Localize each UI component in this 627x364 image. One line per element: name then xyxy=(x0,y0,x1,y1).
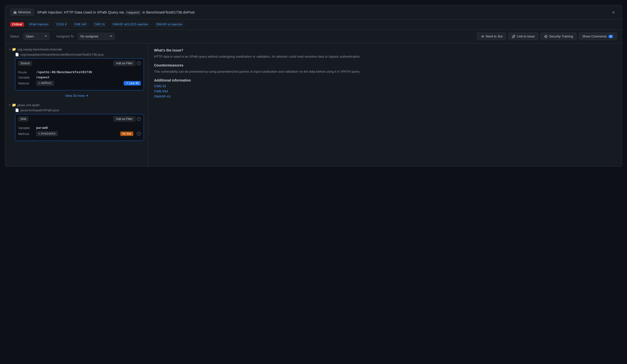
sink-filter-area: Add as Filter ? xyxy=(113,116,141,122)
modal-title: XPath Injection: HTTP Data Used in XPath… xyxy=(37,10,195,14)
owasp-a1-link[interactable]: OWASP-A1 xyxy=(154,94,616,98)
source-badge: Source xyxy=(18,61,32,66)
method-name-1: doPost xyxy=(41,82,52,85)
modal-container: Minimize XPath Injection: HTTP Data Used… xyxy=(5,5,622,167)
method-row-2: Method ⧉ evaluate No line ? xyxy=(18,131,141,136)
folder-name-1: org.owasp.benchmark.testcode xyxy=(17,47,62,51)
sink-card-header: Sink Add as Filter ? xyxy=(15,114,144,124)
sink-help-icon[interactable]: ? xyxy=(137,117,141,121)
status-select[interactable]: Open Closed In Progress xyxy=(23,33,50,40)
method-name-2: evaluate xyxy=(41,132,55,136)
chevron-down-icon-1: ▾ xyxy=(9,48,10,51)
source-code-card: Source Add as Filter ? Route /xpathi-00/… xyxy=(15,58,144,91)
folder-icon-2: 📁 xyxy=(12,103,16,107)
no-line-help-icon[interactable]: ? xyxy=(137,132,141,136)
modal-header-left: Minimize XPath Injection: HTTP Data Used… xyxy=(10,9,610,16)
copy-icon-2: ⧉ xyxy=(39,133,40,135)
file-row-1[interactable]: 📄 org/owasp/benchmark/testcode/Benchmark… xyxy=(15,53,144,56)
tree-item-2: ▾ 📁 javax.xml.xpath 📄 javax/xml/xpath/XP… xyxy=(9,103,144,141)
sink-add-filter-button[interactable]: Add as Filter xyxy=(113,116,135,122)
modal-header: Minimize XPath Injection: HTTP Data Used… xyxy=(5,5,622,19)
source-card-body: Route /xpathi-00/BenchmarkTest01736 Vari… xyxy=(15,68,144,90)
route-row: Route /xpathi-00/BenchmarkTest01736 xyxy=(18,70,141,74)
view-more-button[interactable]: View 30 more ▾ xyxy=(9,91,144,100)
tag-owasp-a1[interactable]: OWASP a1-injection xyxy=(153,22,185,27)
status-label: Status xyxy=(10,35,19,38)
line-number-1: Line 40 xyxy=(129,82,139,85)
no-line-badge: No line xyxy=(120,132,133,136)
info-panel: What's the issue? HTTP data is used in a… xyxy=(148,43,622,167)
route-label: Route xyxy=(18,70,34,74)
link-to-issue-button[interactable]: Link to Issue xyxy=(508,33,538,40)
view-more-label: View 30 more xyxy=(65,94,85,97)
tag-cwe91[interactable]: CWE 91 xyxy=(91,22,108,27)
link-to-issue-label: Link to Issue xyxy=(517,35,535,38)
chevron-down-icon-more: ▾ xyxy=(86,94,88,97)
source-filter-area: Add as Filter ? xyxy=(113,61,141,66)
show-comments-button[interactable]: Show Comments 0 xyxy=(579,33,617,40)
tree-item-1: ▾ 📁 org.owasp.benchmark.testcode 📄 org/o… xyxy=(9,47,144,100)
link-icon-small-1: ↗ xyxy=(126,82,128,85)
main-content: ▾ 📁 org.owasp.benchmark.testcode 📄 org/o… xyxy=(5,43,622,167)
countermeasures-title: Countermeasures xyxy=(154,63,616,67)
method-label-1: Method xyxy=(18,82,34,85)
chevron-down-icon-2: ▾ xyxy=(9,104,10,106)
method-label-2: Method xyxy=(18,132,34,136)
code-panel: ▾ 📁 org.owasp.benchmark.testcode 📄 org/o… xyxy=(5,43,148,167)
tag-cvss9[interactable]: CVSS 9 xyxy=(53,22,69,27)
variable-label-1: Variable xyxy=(18,76,34,79)
jira-icon xyxy=(481,35,484,38)
line-badge-1[interactable]: ↗ Line 40 xyxy=(124,81,141,86)
method-row-1: Method ⧉ doPost ↗ Line 40 xyxy=(18,81,141,86)
variable-row-2: Variable param0 xyxy=(18,126,141,130)
source-card-header: Source Add as Filter ? xyxy=(15,59,144,68)
source-add-filter-button[interactable]: Add as Filter xyxy=(113,61,135,66)
status-row: Status Open Closed In Progress Assigned … xyxy=(5,30,622,43)
critical-badge: Critical xyxy=(10,22,24,27)
link-icon xyxy=(512,35,515,38)
whats-issue-title: What's the issue? xyxy=(154,48,616,52)
method-badge-1: ⧉ doPost xyxy=(36,81,54,86)
tag-owasp-a03[interactable]: OWASP a03-2021-injection xyxy=(110,22,151,27)
close-button[interactable]: × xyxy=(610,9,617,16)
minimize-label: Minimize xyxy=(18,10,31,14)
folder-row-1[interactable]: ▾ 📁 org.owasp.benchmark.testcode xyxy=(9,47,144,51)
additional-info-title: Additional information xyxy=(154,78,616,82)
minimize-icon xyxy=(13,11,17,14)
file-row-2[interactable]: 📄 javax/xml/xpath/XPath.java xyxy=(15,108,144,112)
source-help-icon[interactable]: ? xyxy=(137,61,141,65)
comments-count-badge: 0 xyxy=(608,35,613,38)
sink-code-card: Sink Add as Filter ? Variable param0 Met… xyxy=(15,114,144,141)
countermeasures-text: This vulnerability can be prevented by u… xyxy=(154,69,616,74)
cwe643-link[interactable]: CWE-643 xyxy=(154,90,616,93)
assignee-select[interactable]: No assignee xyxy=(78,33,115,40)
file-icon-2: 📄 xyxy=(15,108,19,112)
security-training-label: Security Training xyxy=(549,35,573,38)
minimize-button[interactable]: Minimize xyxy=(10,9,34,16)
folder-row-2[interactable]: ▾ 📁 javax.xml.xpath xyxy=(9,103,144,107)
send-to-jira-button[interactable]: Send to Jira xyxy=(477,33,506,40)
training-icon xyxy=(544,35,548,38)
title-suffix: in BenchmarkTest01736.doPost xyxy=(143,10,195,14)
variable-row-1: Variable request xyxy=(18,76,141,79)
show-comments-label: Show Comments xyxy=(582,35,607,38)
method-badge-2: ⧉ evaluate xyxy=(36,131,58,136)
assigned-label: Assigned To xyxy=(56,35,74,38)
variable-value-1: request xyxy=(36,76,50,79)
tag-xpath-injection[interactable]: XPath Injection xyxy=(26,22,52,27)
folder-name-2: javax.xml.xpath xyxy=(17,103,40,107)
sink-badge: Sink xyxy=(18,117,28,121)
svg-rect-0 xyxy=(13,13,17,13)
cwe91-link[interactable]: CWE-91 xyxy=(154,84,616,88)
variable-label-2: Variable xyxy=(18,126,34,130)
action-buttons: Send to Jira Link to Issue Security Trai… xyxy=(477,33,617,40)
tag-cwe643[interactable]: CWE 643 xyxy=(71,22,89,27)
route-value: /xpathi-00/BenchmarkTest01736 xyxy=(36,70,92,74)
security-training-button[interactable]: Security Training xyxy=(540,33,577,40)
copy-icon-1: ⧉ xyxy=(39,82,40,85)
title-code: request xyxy=(125,10,142,15)
file-name-1: org/owasp/benchmark/testcode/BenchmarkTe… xyxy=(20,53,104,56)
file-name-2: javax/xml/xpath/XPath.java xyxy=(20,108,59,112)
sink-card-body: Variable param0 Method ⧉ evaluate No lin… xyxy=(15,124,144,141)
folder-icon-1: 📁 xyxy=(12,47,16,51)
